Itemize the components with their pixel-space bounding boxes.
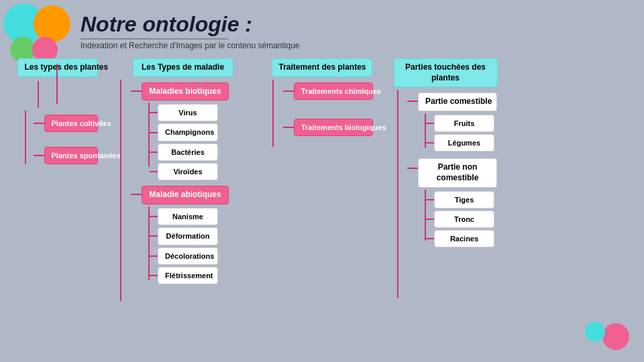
col3-item-1: Traitements biologiques bbox=[294, 119, 373, 136]
deco-circle-teal-br bbox=[585, 322, 605, 342]
col1-header: Les types des plantes bbox=[17, 58, 98, 77]
main-content: Les types des plantes bbox=[0, 54, 644, 301]
col1-item-0: Plantes cultivées bbox=[44, 115, 98, 132]
col2-g1-item-0: Virus bbox=[158, 104, 218, 121]
col4-group2-header: Partie non comestible bbox=[418, 158, 497, 187]
col2-g2-item-3: Flétrissement bbox=[158, 267, 218, 284]
col2-group1-header: Maladies biotiques bbox=[142, 82, 229, 101]
page-subtitle: Indexation et Recherche d'Images par le … bbox=[80, 41, 624, 50]
col4-g2-item-2: Racines bbox=[434, 230, 494, 247]
col4-header: Parties touchées des plantes bbox=[394, 58, 498, 87]
col2-g2-item-2: Décolorations bbox=[158, 247, 218, 265]
col2-g2-item-0: Nanisme bbox=[158, 208, 218, 225]
col4-g1-item-0: Fruits bbox=[434, 115, 494, 132]
col2-g1-item-3: Viroïdes bbox=[158, 163, 218, 180]
col4: Parties touchées des plantes Partie come… bbox=[388, 58, 502, 301]
page-title: Notre ontologie : bbox=[80, 12, 624, 37]
header: Notre ontologie : Indexation et Recherch… bbox=[0, 0, 644, 54]
col1-item-1: Plantes spontanées bbox=[44, 147, 98, 164]
col1: Les types des plantes bbox=[12, 58, 103, 301]
col3-item-0: Traitements chimiques bbox=[294, 82, 373, 100]
col2-g1-item-1: Champignons bbox=[158, 123, 218, 141]
page-wrapper: Notre ontologie : Indexation et Recherch… bbox=[0, 0, 644, 362]
col2-header: Les Types de maladie bbox=[133, 58, 233, 77]
col2: Les Types de maladie Maladies biotiques bbox=[111, 58, 255, 301]
col2-g2-item-1: Déformation bbox=[158, 227, 218, 245]
col4-g1-item-1: Légumes bbox=[434, 134, 494, 152]
col2-g1-item-2: Bactéries bbox=[158, 143, 218, 161]
col3: Traitement des plantes Traitements chimi… bbox=[263, 58, 380, 301]
col3-header: Traitement des plantes bbox=[272, 58, 372, 77]
col4-group1-header: Partie comestible bbox=[418, 93, 497, 111]
col4-g2-item-0: Tiges bbox=[434, 191, 494, 208]
deco-circle-pink-br bbox=[602, 323, 629, 350]
col2-group2-header: Maladie abiotiques bbox=[142, 186, 229, 204]
col4-g2-item-1: Tronc bbox=[434, 210, 494, 228]
